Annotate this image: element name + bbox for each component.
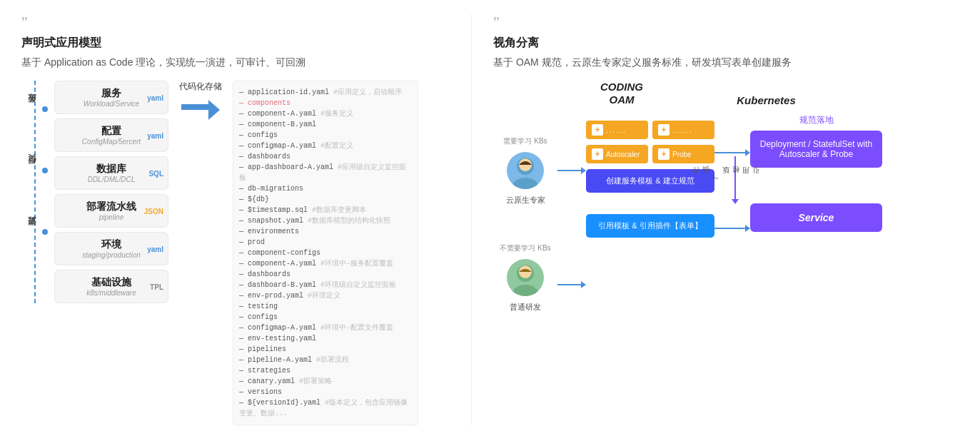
oam-box-2: + ...... [652,121,714,139]
card-config-title: 配置 [64,125,159,138]
card-service: 服务 Workload/Service yaml [54,81,168,114]
left-title: 声明式应用模型 [21,36,457,51]
code-tree: — application-id.yaml #应用定义，启动顺序 — compo… [233,81,418,425]
right-panel: " 视角分离 基于 OAM 规范，云原生专家定义服务标准，研发填写表单创建服务 … [472,14,959,425]
card-infra-tag: TPL [150,283,163,290]
expert-role: 需要学习 KBs 云原生专家 [503,136,547,206]
spec-label: 规范落地 [799,115,834,125]
left-quote: " [21,14,457,30]
card-db-subtitle: DDL/DML/DCL [64,176,159,183]
card-env-subtitle: staging/production [64,251,159,259]
big-arrow-icon [181,97,220,117]
card-config-subtitle: ConfigMap/5ercert [64,138,159,146]
developer-sublabel: 不需要学习 KBs [500,243,550,253]
card-service-subtitle: Workload/Service [64,100,159,108]
k8s-service-box: Service [750,203,882,232]
svg-point-4 [512,285,538,296]
card-infra: 基础设施 k8s/middleware TPL [54,270,168,303]
svg-point-1 [512,178,538,189]
main-container: " 声明式应用模型 基于 Application as Code 理论，实现统一… [0,0,980,426]
oam-box-1: + ...... [586,121,648,139]
k8s-deployment-box: Deployment / StatefulSet with Autoscaler… [750,131,882,168]
developer-avatar [507,259,544,296]
card-db: 数据库 DDL/DML/DCL SQL [54,156,168,190]
card-env: 环境 staging/production yaml [54,232,168,265]
card-infra-title: 基础设施 [64,276,159,289]
left-diagram: 业务层 交付层 资源层 [21,81,457,425]
card-env-tag: yaml [147,245,163,253]
card-service-tag: yaml [147,93,163,101]
coding-oam-header: CODINGOAM [557,81,686,106]
left-subtitle: 基于 Application as Code 理论，实现统一演进，可审计、可回溯 [21,56,457,69]
expert-label: 云原生专家 [506,195,545,206]
oam-box-autoscaler: + Autoscaler [586,145,648,163]
developer-label: 普通研发 [510,302,541,313]
left-panel: " 声明式应用模型 基于 Application as Code 理论，实现统一… [21,14,472,425]
card-db-title: 数据库 [64,163,159,176]
k8s-header: Kubernetes [700,94,832,106]
right-quote: " [493,14,959,30]
card-pipeline-tag: JSON [144,207,163,215]
expert-avatar [507,152,544,189]
card-infra-subtitle: k8s/middleware [64,289,159,297]
coding-to-k8s-dev-arrow [714,225,750,232]
card-config: 配置 ConfigMap/5ercert yaml [54,118,168,152]
dev-to-coding-arrow [557,281,586,288]
side-connector-label: 引用模版/插件 [691,177,761,179]
expert-sublabel: 需要学习 KBs [503,136,547,146]
dev-template-btn[interactable]: 引用模板 & 引用插件【表单】 [586,214,714,238]
right-subtitle: 基于 OAM 规范，云原生专家定义服务标准，研发填写表单创建服务 [493,56,959,69]
card-db-tag: SQL [148,169,163,177]
card-pipeline: 部署流水线 pipeline JSON [54,194,168,228]
card-config-tag: yaml [147,131,163,139]
card-service-title: 服务 [64,87,159,100]
coding-to-k8s-top-arrow [714,149,750,156]
right-title: 视角分离 [493,36,959,51]
arrow-label: 代码化存储 [179,81,222,93]
developer-role: 不需要学习 KBs 普通研发 [500,243,550,313]
expert-to-coding-arrow [557,167,586,174]
cards-column: 服务 Workload/Service yaml 配置 ConfigMap/5e… [54,81,168,303]
card-env-title: 环境 [64,238,159,251]
